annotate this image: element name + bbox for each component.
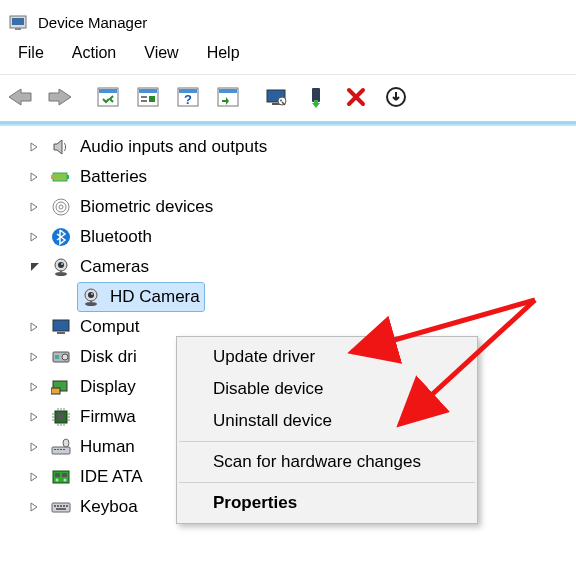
- tree-node-label: Human: [80, 433, 135, 461]
- svg-point-56: [56, 479, 59, 482]
- tree-node[interactable]: Bluetooth: [30, 222, 576, 252]
- toolbar: ?: [0, 74, 576, 122]
- svg-rect-21: [53, 173, 67, 181]
- update-driver-button[interactable]: [379, 80, 413, 114]
- tree-node-label: Biometric devices: [80, 193, 213, 221]
- svg-rect-14: [219, 89, 237, 93]
- battery-icon: [50, 166, 72, 188]
- tree-node-label: Disk dri: [80, 343, 137, 371]
- scan-button[interactable]: [211, 80, 245, 114]
- svg-point-36: [88, 292, 94, 298]
- svg-rect-63: [66, 505, 68, 507]
- expand-arrow-icon[interactable]: [30, 172, 48, 182]
- svg-rect-42: [55, 355, 59, 359]
- svg-rect-55: [62, 473, 67, 477]
- context-menu: Update driverDisable deviceUninstall dev…: [176, 336, 478, 524]
- context-menu-item[interactable]: Update driver: [177, 341, 477, 373]
- fingerprint-icon: [50, 196, 72, 218]
- tree-node-label: HD Camera: [110, 283, 200, 311]
- svg-text:?: ?: [184, 92, 192, 107]
- svg-rect-61: [60, 505, 62, 507]
- menu-separator: [179, 441, 475, 442]
- menu-action[interactable]: Action: [58, 42, 130, 70]
- context-menu-item[interactable]: Properties: [177, 487, 477, 519]
- expand-arrow-icon[interactable]: [30, 442, 48, 452]
- svg-rect-44: [51, 388, 60, 394]
- expand-arrow-icon[interactable]: [30, 382, 48, 392]
- display-icon: [50, 376, 72, 398]
- expand-arrow-icon[interactable]: [30, 502, 48, 512]
- tree-node-label: IDE ATA: [80, 463, 143, 491]
- tree-node[interactable]: Batteries: [30, 162, 576, 192]
- svg-rect-46: [58, 414, 64, 420]
- expand-arrow-icon[interactable]: [30, 322, 48, 332]
- svg-point-32: [61, 263, 63, 265]
- hid-icon: [50, 436, 72, 458]
- tree-node[interactable]: Audio inputs and outputs: [30, 132, 576, 162]
- speaker-icon: [50, 136, 72, 158]
- forward-button[interactable]: [43, 80, 77, 114]
- view-options-button[interactable]: [131, 80, 165, 114]
- tree-node[interactable]: Cameras: [30, 252, 576, 282]
- svg-rect-50: [60, 449, 62, 450]
- add-legacy-button[interactable]: [299, 80, 333, 114]
- menubar: File Action View Help: [0, 40, 576, 74]
- svg-rect-47: [52, 447, 70, 454]
- uninstall-button[interactable]: [339, 80, 373, 114]
- svg-rect-8: [141, 100, 147, 102]
- svg-point-18: [280, 100, 282, 102]
- context-menu-item[interactable]: Scan for hardware changes: [177, 446, 477, 478]
- expand-arrow-icon[interactable]: [30, 412, 48, 422]
- help-button[interactable]: ?: [171, 80, 205, 114]
- svg-rect-64: [56, 508, 66, 510]
- svg-point-24: [53, 199, 69, 215]
- svg-rect-54: [55, 473, 60, 477]
- expand-arrow-icon[interactable]: [30, 472, 48, 482]
- svg-rect-59: [54, 505, 56, 507]
- expand-arrow-icon[interactable]: [30, 352, 48, 362]
- svg-rect-4: [99, 89, 117, 93]
- svg-rect-39: [57, 332, 65, 334]
- svg-point-41: [62, 354, 68, 360]
- menu-file[interactable]: File: [4, 42, 58, 70]
- svg-point-25: [56, 202, 66, 212]
- expand-arrow-icon[interactable]: [30, 232, 48, 242]
- expand-arrow-icon[interactable]: [30, 202, 48, 212]
- tree-node[interactable]: HD Camera: [60, 282, 576, 312]
- svg-rect-9: [149, 96, 155, 102]
- svg-rect-19: [312, 88, 320, 102]
- chip-icon: [50, 406, 72, 428]
- menu-help[interactable]: Help: [193, 42, 254, 70]
- computer-icon: [50, 316, 72, 338]
- svg-point-26: [59, 205, 63, 209]
- svg-rect-23: [51, 175, 54, 179]
- show-hidden-button[interactable]: [91, 80, 125, 114]
- svg-rect-38: [53, 320, 69, 331]
- window-title: Device Manager: [38, 14, 147, 31]
- tree-node-label: Bluetooth: [80, 223, 152, 251]
- menu-separator: [179, 482, 475, 483]
- camera-icon: [50, 256, 72, 278]
- svg-point-37: [91, 293, 93, 295]
- svg-rect-48: [54, 449, 56, 450]
- svg-rect-51: [63, 449, 65, 450]
- svg-point-57: [64, 479, 67, 482]
- menu-view[interactable]: View: [130, 42, 192, 70]
- tree-node[interactable]: Biometric devices: [30, 192, 576, 222]
- tree-node-label: Firmwa: [80, 403, 136, 431]
- disk-icon: [50, 346, 72, 368]
- camera-icon: [80, 286, 102, 308]
- tree-node-label: Cameras: [80, 253, 149, 281]
- svg-rect-58: [52, 503, 70, 512]
- expand-arrow-icon[interactable]: [30, 142, 48, 152]
- titlebar: Device Manager: [0, 0, 576, 40]
- svg-rect-62: [63, 505, 65, 507]
- back-button[interactable]: [3, 80, 37, 114]
- context-menu-item[interactable]: Uninstall device: [177, 405, 477, 437]
- svg-rect-7: [141, 96, 147, 98]
- collapse-arrow-icon[interactable]: [30, 262, 48, 272]
- keyboard-icon: [50, 496, 72, 518]
- remote-button[interactable]: [259, 80, 293, 114]
- tree-node-label: Audio inputs and outputs: [80, 133, 267, 161]
- context-menu-item[interactable]: Disable device: [177, 373, 477, 405]
